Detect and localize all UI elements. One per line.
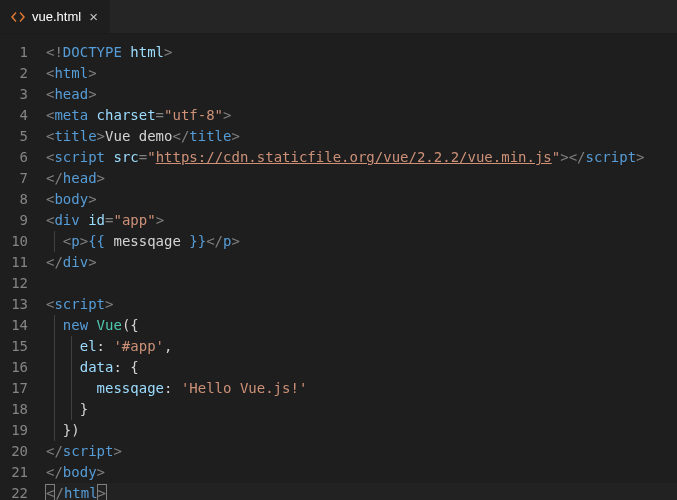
- line-number: 21: [0, 462, 28, 483]
- code-line[interactable]: new Vue({: [46, 315, 677, 336]
- close-icon[interactable]: ×: [87, 7, 100, 26]
- code-editor[interactable]: 1 2 3 4 5 6 7 8 9 10 11 12 13 14 15 16 1…: [0, 34, 677, 500]
- tab-bar: vue.html ×: [0, 0, 677, 34]
- line-number: 2: [0, 63, 28, 84]
- line-number: 5: [0, 126, 28, 147]
- line-number: 13: [0, 294, 28, 315]
- code-line[interactable]: </html>: [46, 483, 677, 500]
- code-line[interactable]: <div id="app">: [46, 210, 677, 231]
- line-number: 7: [0, 168, 28, 189]
- line-number: 4: [0, 105, 28, 126]
- line-number: 11: [0, 252, 28, 273]
- line-number: 16: [0, 357, 28, 378]
- code-line[interactable]: </div>: [46, 252, 677, 273]
- code-line[interactable]: <script>: [46, 294, 677, 315]
- code-line[interactable]: <p>{{ messqage }}</p>: [46, 231, 677, 252]
- code-line[interactable]: }): [46, 420, 677, 441]
- code-line[interactable]: data: {: [46, 357, 677, 378]
- line-number: 3: [0, 84, 28, 105]
- line-number: 9: [0, 210, 28, 231]
- code-line[interactable]: <body>: [46, 189, 677, 210]
- line-number: 10: [0, 231, 28, 252]
- code-line[interactable]: <html>: [46, 63, 677, 84]
- code-line[interactable]: </head>: [46, 168, 677, 189]
- line-number: 1: [0, 42, 28, 63]
- line-number: 22: [0, 483, 28, 500]
- line-number: 6: [0, 147, 28, 168]
- line-number: 8: [0, 189, 28, 210]
- line-number: 19: [0, 420, 28, 441]
- code-line[interactable]: [46, 273, 677, 294]
- code-line[interactable]: </body>: [46, 462, 677, 483]
- code-line[interactable]: </script>: [46, 441, 677, 462]
- code-line[interactable]: <!DOCTYPE html>: [46, 42, 677, 63]
- line-number: 15: [0, 336, 28, 357]
- tab-vue-html[interactable]: vue.html ×: [0, 0, 111, 33]
- code-file-icon: [10, 9, 26, 25]
- code-line[interactable]: }: [46, 399, 677, 420]
- code-line[interactable]: <meta charset="utf-8">: [46, 105, 677, 126]
- code-line[interactable]: <title>Vue demo</title>: [46, 126, 677, 147]
- line-number: 12: [0, 273, 28, 294]
- line-number: 18: [0, 399, 28, 420]
- line-number: 17: [0, 378, 28, 399]
- code-line[interactable]: <head>: [46, 84, 677, 105]
- code-line[interactable]: <script src="https://cdn.staticfile.org/…: [46, 147, 677, 168]
- line-number-gutter: 1 2 3 4 5 6 7 8 9 10 11 12 13 14 15 16 1…: [0, 42, 46, 500]
- code-area[interactable]: <!DOCTYPE html> <html> <head> <meta char…: [46, 42, 677, 500]
- line-number: 14: [0, 315, 28, 336]
- cursor: <: [45, 484, 55, 500]
- tab-filename: vue.html: [32, 9, 81, 24]
- code-line[interactable]: messqage: 'Hello Vue.js!': [46, 378, 677, 399]
- code-line[interactable]: el: '#app',: [46, 336, 677, 357]
- line-number: 20: [0, 441, 28, 462]
